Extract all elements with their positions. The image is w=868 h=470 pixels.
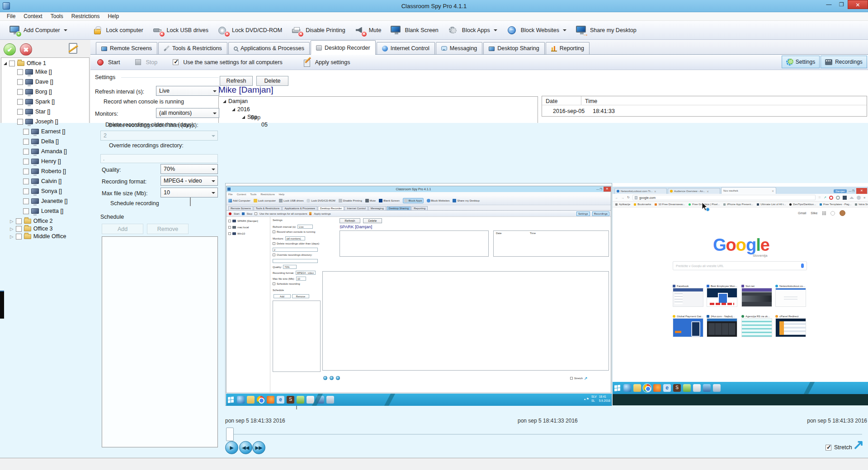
expand-icon[interactable]: ▷ xyxy=(10,219,14,224)
tree-item-computer[interactable]: Sonya [] xyxy=(23,187,62,196)
office1-checkbox[interactable] xyxy=(9,61,15,66)
close-button[interactable]: ✕ xyxy=(848,0,868,9)
middle-office-checkbox[interactable] xyxy=(16,234,22,240)
max-size-select[interactable]: 10 xyxy=(160,188,218,197)
play-button[interactable]: ▶ xyxy=(225,441,238,454)
delete-button[interactable]: Delete xyxy=(256,76,288,86)
computer-checkbox[interactable] xyxy=(23,129,29,135)
monitors-select[interactable]: (all monitors) xyxy=(156,108,219,118)
recording-row[interactable]: 2016-sep-0518:41:33 xyxy=(553,107,615,116)
tree-node-damjan[interactable]: Damjan xyxy=(223,97,248,106)
tab-messaging[interactable]: Messaging xyxy=(436,42,482,54)
tab-applications-processes[interactable]: Applications & Processes xyxy=(228,42,310,54)
column-divider[interactable] xyxy=(581,96,581,105)
settings-view-button[interactable]: Settings xyxy=(782,56,820,68)
format-select[interactable]: MPEG4 - video xyxy=(160,176,218,186)
quality-select[interactable]: 70% xyxy=(160,164,218,174)
tree-item-computer[interactable]: Spark [] xyxy=(17,97,55,106)
collapse-icon[interactable] xyxy=(223,100,226,103)
recordings-directory-input[interactable]: . xyxy=(100,154,218,163)
confirm-button[interactable]: ✔ xyxy=(4,43,16,56)
tree-item-computer[interactable]: Henry [] xyxy=(23,157,61,166)
edit-log-icon[interactable] xyxy=(69,43,77,54)
tree-group-office1[interactable]: Office 1 xyxy=(4,59,46,68)
tree-item-computer[interactable]: Joseph [] xyxy=(17,117,58,126)
computer-checkbox[interactable] xyxy=(23,149,29,155)
computer-checkbox[interactable] xyxy=(17,109,23,115)
collapse-icon[interactable] xyxy=(242,116,245,119)
menu-context[interactable]: Context xyxy=(19,13,46,19)
tree-item-computer[interactable]: Roberto [] xyxy=(23,167,66,176)
tree-item-computer[interactable]: Amanda [] xyxy=(23,147,67,156)
blank-screen-button[interactable]: Blank Screen xyxy=(386,23,443,38)
computer-checkbox[interactable] xyxy=(17,79,23,85)
tree-item-computer[interactable]: Calvin [] xyxy=(23,177,61,186)
lock-dvd-button[interactable]: ✕ Lock DVD/CD-ROM xyxy=(213,23,287,38)
refresh-interval-select[interactable]: Live xyxy=(156,86,219,96)
column-header-date[interactable]: Date xyxy=(546,98,557,104)
computer-checkbox[interactable] xyxy=(17,69,23,75)
menu-tools[interactable]: Tools xyxy=(47,13,67,19)
computer-checkbox[interactable] xyxy=(23,169,29,174)
maximize-button[interactable]: ❐ xyxy=(835,0,848,9)
tree-node-day[interactable]: 05 xyxy=(261,120,268,129)
collapse-icon[interactable] xyxy=(232,108,235,111)
record-console-checkbox[interactable] xyxy=(190,197,191,206)
menu-help[interactable]: Help xyxy=(104,13,123,19)
stretch-checkbox[interactable] xyxy=(826,445,831,451)
tab-desktop-sharing[interactable]: Desktop Sharing xyxy=(483,42,544,54)
tab-reporting[interactable]: Reporting xyxy=(546,42,590,54)
schedule-add-button[interactable]: Add xyxy=(102,224,143,234)
computer-checkbox[interactable] xyxy=(23,208,29,214)
tree-item-computer[interactable]: Jeanette [] xyxy=(23,197,67,206)
collapse-icon[interactable] xyxy=(4,62,7,65)
rewind-button[interactable]: ◀◀ xyxy=(239,441,252,454)
add-computer-button[interactable]: + Add Computer xyxy=(5,23,72,38)
lock-computer-button[interactable]: Lock computer xyxy=(87,23,148,38)
computer-checkbox[interactable] xyxy=(17,119,23,125)
block-apps-button[interactable]: Block Apps xyxy=(443,23,502,38)
tree-group-middle-office[interactable]: ▷Middle Office xyxy=(10,232,66,241)
seek-track[interactable] xyxy=(234,434,862,435)
tree-item-computer[interactable]: Borg [] xyxy=(17,87,52,96)
computer-checkbox[interactable] xyxy=(17,89,23,95)
office3-checkbox[interactable] xyxy=(16,226,22,232)
menu-restrictions[interactable]: Restrictions xyxy=(67,13,104,19)
tab-tools-restrictions[interactable]: Tools & Restrictions xyxy=(158,42,227,54)
delete-days-select[interactable]: 2 xyxy=(100,131,218,141)
schedule-remove-button[interactable]: Remove xyxy=(147,224,189,234)
tab-remote-screens[interactable]: Remote Screens xyxy=(96,42,157,54)
lock-usb-button[interactable]: ✕ Lock USB drives xyxy=(148,23,213,38)
minimize-button[interactable]: — xyxy=(822,0,835,9)
computer-checkbox[interactable] xyxy=(23,139,29,145)
apply-settings-button[interactable]: Apply settings xyxy=(315,59,350,66)
tab-desktop-recorder[interactable]: Desktop Recorder xyxy=(311,40,376,55)
block-websites-button[interactable]: Block Websites xyxy=(502,23,571,38)
cancel-button[interactable]: ✖ xyxy=(20,43,32,56)
tree-item-computer[interactable]: Mike [] xyxy=(17,67,52,76)
schedule-listbox[interactable] xyxy=(102,236,218,447)
computer-checkbox[interactable] xyxy=(17,99,23,105)
tree-node-month[interactable]: SepSep xyxy=(242,113,257,122)
column-header-time[interactable]: Time xyxy=(585,98,597,104)
expand-icon[interactable]: ▷ xyxy=(10,226,14,231)
tree-item-computer[interactable]: Dave [] xyxy=(17,77,53,86)
same-settings-checkbox[interactable] xyxy=(173,59,179,65)
office2-checkbox[interactable] xyxy=(16,218,22,224)
recordings-view-button[interactable]: Recordings xyxy=(821,56,867,68)
stop-button[interactable]: Stop xyxy=(146,59,157,66)
tree-item-computer[interactable]: Earnest [] xyxy=(23,127,66,136)
seek-thumb[interactable] xyxy=(226,428,234,441)
share-desktop-button[interactable]: → Share my Desktop xyxy=(571,23,641,38)
menu-file[interactable]: File xyxy=(3,13,19,19)
tree-item-computer[interactable]: Della [] xyxy=(23,137,59,146)
start-button[interactable]: Start xyxy=(108,59,120,66)
computer-checkbox[interactable] xyxy=(23,198,29,204)
mute-button[interactable]: ✕ Mute xyxy=(350,23,386,38)
computer-checkbox[interactable] xyxy=(23,159,29,164)
refresh-button[interactable]: Refresh xyxy=(220,76,253,86)
forward-button[interactable]: ▶▶ xyxy=(252,441,265,454)
disable-printing-button[interactable]: ✕ Disable Printing xyxy=(287,23,350,38)
computer-checkbox[interactable] xyxy=(23,188,29,194)
tree-item-computer[interactable]: Star [] xyxy=(17,107,50,116)
